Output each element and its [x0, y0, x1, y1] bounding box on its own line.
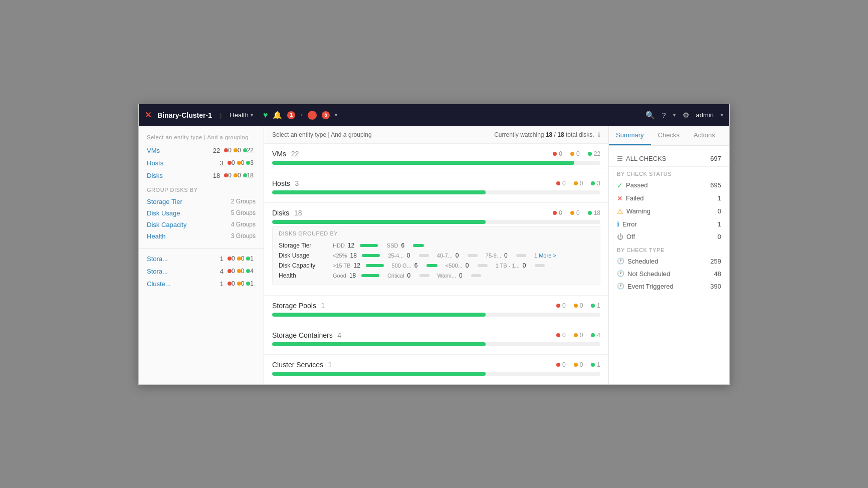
vms-dot-red: 0: [553, 150, 562, 157]
1tb-count: 0: [523, 262, 532, 269]
health-warning: Warni... 0: [438, 272, 482, 279]
error-label: ℹ Error: [617, 220, 637, 228]
all-checks-icon: ☰: [617, 155, 623, 162]
warning-label: Warni...: [438, 273, 457, 279]
critical-label: Critical: [387, 273, 404, 279]
dot-red-count-cluster: 0: [232, 280, 235, 287]
entity-row-cluster[interactable]: Cluste... 1 0 0 1: [139, 278, 264, 290]
topbar: ✕ Binary-Cluster-1 | Health ▾ ♥ 🔔 1 • 5 …: [139, 104, 729, 126]
entity-row-stora1[interactable]: Stora... 1 0 0 1: [139, 253, 264, 265]
main-layout: Select an entity type | And a grouping V…: [139, 126, 729, 384]
check-status-warning[interactable]: ⚠ Warning 0: [609, 205, 729, 218]
entity-row-disks[interactable]: Disks 18 0 0 18: [139, 169, 264, 182]
hosts-progress-bar: [272, 190, 600, 194]
close-button[interactable]: ✕: [145, 110, 151, 120]
cluster-services-dots: 0 0 1: [556, 361, 600, 368]
dot-yellow-stora1: [237, 257, 241, 261]
cluster-services-progress-fill: [272, 372, 486, 376]
disks-header: Disks 18 0 0 18: [272, 209, 600, 217]
dot-separator: •: [300, 111, 303, 119]
check-type-event-triggered[interactable]: 🕐 Event Triggered 390: [609, 280, 729, 293]
25-40-count: 0: [407, 252, 416, 259]
topbar-right-actions: 🔍 ? ▾ ⚙ admin ▾: [645, 111, 723, 120]
gt15tb-count: 12: [354, 262, 363, 269]
storage-containers-progress-fill: [272, 342, 486, 346]
bell-icon[interactable]: 🔔: [273, 111, 282, 120]
dot-green-vms: [243, 148, 247, 152]
watch-current: 18: [546, 131, 552, 138]
dot-green-count-disks: 18: [247, 172, 254, 179]
tab-actions[interactable]: Actions: [687, 126, 722, 145]
dot-green-count-stora1: 1: [250, 255, 254, 262]
dot-red-count-disks: 0: [228, 172, 232, 179]
tab-summary[interactable]: Summary: [609, 126, 651, 145]
disk-usage-more[interactable]: 1 More >: [534, 253, 556, 259]
entity-row-hosts[interactable]: Hosts 3 0 0 3: [139, 157, 264, 169]
check-type-scheduled[interactable]: 🕐 Scheduled 259: [609, 255, 729, 268]
scheduled-text: Scheduled: [627, 258, 658, 265]
storage-pools-progress-bar: [272, 313, 600, 317]
good-count: 18: [349, 272, 358, 279]
check-status-error[interactable]: ℹ Error 1: [609, 218, 729, 230]
cluster-services-dot-yellow: 0: [574, 361, 583, 368]
entity-row-vms[interactable]: VMs 22 0 0 22: [139, 144, 264, 157]
check-off-icon: ⏻: [617, 233, 623, 240]
health-dropdown-button[interactable]: Health ▾: [230, 111, 253, 119]
tab-checks[interactable]: Checks: [651, 126, 687, 145]
group-item-health[interactable]: Health 3 Groups: [147, 230, 256, 242]
group-item-count-health: 3 Groups: [231, 232, 256, 239]
500g-count: 6: [414, 262, 423, 269]
dot-green-count-stora4: 4: [250, 268, 254, 275]
hosts-section-name: Hosts: [272, 179, 290, 187]
storage-tier-ssd: SSD 6: [387, 242, 424, 249]
disk-cap-lt500: <500... 0: [446, 262, 488, 269]
center-header: Select an entity type | And a grouping C…: [264, 126, 608, 144]
entity-count-stora1: 1: [220, 255, 224, 263]
group-item-label-disk-usage: Disk Usage: [147, 209, 180, 217]
hosts-dot-red: 0: [556, 180, 566, 187]
check-status-passed[interactable]: ✓ Passed 695: [609, 179, 729, 192]
gt15tb-bar: [366, 264, 384, 267]
dot-red-disks: [224, 173, 228, 177]
disks-section-name: Disks: [272, 209, 289, 217]
center-filter-label: Select an entity type | And a grouping: [272, 131, 372, 138]
25-40-bar: [419, 254, 429, 257]
storage-containers-dots: 0 0 4: [556, 332, 600, 339]
hosts-progress-fill: [272, 190, 486, 194]
search-icon[interactable]: 🔍: [645, 111, 655, 120]
not-scheduled-count: 48: [714, 270, 721, 278]
gear-icon[interactable]: ⚙: [683, 111, 689, 120]
help-icon[interactable]: ?: [662, 111, 666, 119]
admin-label[interactable]: admin: [696, 111, 714, 119]
storage-pools-section-name: Storage Pools: [272, 302, 316, 310]
storage-pools-header: Storage Pools 1 0 0 1: [272, 302, 600, 310]
topbar-divider: |: [220, 111, 222, 119]
failed-label: ✕ Failed: [617, 194, 643, 202]
group-item-disk-usage[interactable]: Disk Usage 5 Groups: [147, 207, 256, 219]
entity-count-hosts: 3: [220, 159, 224, 167]
event-triggered-count: 390: [710, 283, 721, 290]
center-panel: Select an entity type | And a grouping C…: [264, 126, 609, 384]
40-75-count: 0: [456, 252, 465, 259]
check-type-not-scheduled[interactable]: 🕐 Not Scheduled 48: [609, 268, 729, 280]
check-status-off[interactable]: ⏻ Off 0: [609, 230, 729, 243]
check-status-failed[interactable]: ✕ Failed 1: [609, 192, 729, 205]
group-item-storage-tier[interactable]: Storage Tier 2 Groups: [147, 196, 256, 207]
status-dropdown-arrow-icon[interactable]: ▾: [335, 112, 337, 118]
75-90-count: 0: [504, 252, 513, 259]
vms-header: VMs 22 0 0 22: [272, 150, 600, 158]
storage-tier-hdd: HDD 12: [333, 242, 378, 249]
all-checks-row[interactable]: ☰ ALL CHECKS 697: [609, 151, 729, 167]
passed-label: ✓ Passed: [617, 181, 647, 189]
lt25-count: 18: [350, 252, 359, 259]
grouped-row-health: Health Good 18 Critical 0 Warni...: [279, 271, 594, 281]
group-item-disk-capacity[interactable]: Disk Capacity 4 Groups: [147, 219, 256, 230]
disks-dot-green: 18: [588, 209, 600, 216]
dot-green-disks: [243, 173, 247, 177]
entity-row-stora4[interactable]: Stora... 4 0 0 4: [139, 265, 264, 278]
vms-dots: 0 0 22: [553, 150, 600, 157]
storage-pools-progress-fill: [272, 313, 486, 317]
good-label: Good: [333, 273, 346, 279]
entity-count-disks: 18: [213, 172, 220, 179]
vms-section-name: VMs: [272, 150, 286, 158]
